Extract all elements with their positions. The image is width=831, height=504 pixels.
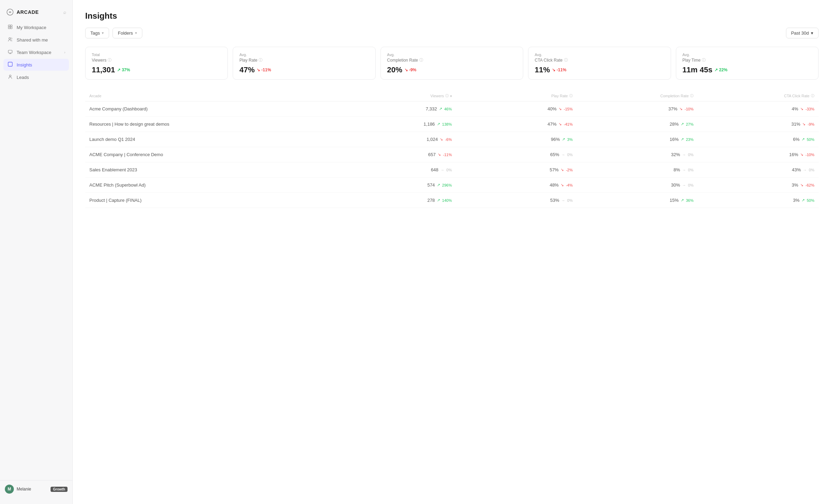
svg-rect-8 [8,62,12,66]
col-completion-rate[interactable]: Completion Rate ⓘ [573,93,694,98]
sidebar-label-leads: Leads [17,75,29,80]
row-completion: 15% ↗ 36% [573,198,694,203]
stat-prefix-play-time: Avg. [682,53,812,57]
sidebar-item-shared-with-me[interactable]: Shared with me [3,34,69,46]
cta-info-icon: ⓘ [811,93,814,98]
table-row[interactable]: ACME Company | Conference Demo 657 ↘ -11… [85,147,819,162]
sidebar-item-my-workspace[interactable]: My Workspace [3,21,69,33]
svg-point-6 [11,38,12,39]
viewers-info-icon: ⓘ [445,93,449,98]
nav-items: My Workspace Shared with me Team Workspa… [0,21,72,480]
up-icon: ↗ [437,122,440,126]
stat-card-play-time: Avg. Play Time ⓘ 11m 45s ↗ 22% [676,47,819,80]
table-container: Arcade Viewers ⓘ ▾ Play Rate ⓘ Completio… [85,91,819,208]
row-play-rate: 65% → 0% [452,152,573,157]
row-arcade-name: Resources | How to design great demos [89,122,331,127]
team-icon [7,49,13,55]
table-row[interactable]: Product | Capture (FINAL) 278 ↗ 140% 53%… [85,193,819,208]
stat-value-completion: 20% ↘ -9% [387,65,517,74]
table-row[interactable]: Launch demo Q1 2024 1,024 ↘ -6% 96% ↗ 3%… [85,132,819,147]
up-icon: ↗ [437,183,440,187]
up-icon: ↗ [681,137,684,142]
filters-row: Tags ▾ Folders ▾ Past 30d ▾ [85,28,819,38]
row-cta: 43% → 0% [694,167,814,172]
date-filter-button[interactable]: Past 30d ▾ [786,28,819,38]
stat-card-play-rate: Avg. Play Rate ⓘ 47% ↘ -11% [233,47,375,80]
row-play-rate: 47% ↘ -41% [452,122,573,127]
svg-rect-3 [8,27,10,29]
row-arcade-name: Acme Company (Dashboard) [89,106,331,111]
stat-value-play-rate: 47% ↘ -11% [239,65,369,74]
down-icon: ↘ [802,122,805,126]
stat-prefix-viewers: Total [92,53,221,57]
svg-rect-7 [8,50,12,53]
sidebar-footer: M Melanie Growth [0,480,72,498]
row-viewers: 657 ↘ -11% [331,152,452,157]
date-chevron-icon: ▾ [811,30,813,36]
row-viewers: 278 ↗ 140% [331,198,452,203]
neutral-icon: → [682,153,686,157]
tags-label: Tags [90,30,100,36]
viewers-change: ↗ 37% [117,68,130,72]
folders-label: Folders [118,30,133,36]
sidebar-item-leads[interactable]: Leads [3,71,69,83]
tags-chevron-icon: ▾ [102,31,104,35]
sidebar: ARCADE ⌕ My Workspace Shared with me Tea… [0,0,73,504]
stat-card-completion-rate: Avg. Completion Rate ⓘ 20% ↘ -9% [381,47,523,80]
down-icon: ↘ [800,183,803,187]
row-cta: 16% ↘ -10% [694,152,814,157]
down-icon: ↘ [800,107,803,111]
neutral-icon: → [561,153,565,157]
down-icon: ↘ [561,183,564,187]
row-play-rate: 53% → 0% [452,198,573,203]
sidebar-label-insights: Insights [17,62,32,68]
stat-label-play-time: Play Time ⓘ [682,57,812,63]
row-play-rate: 40% ↘ -15% [452,106,573,111]
row-viewers: 1,024 ↘ -6% [331,137,452,142]
row-play-rate: 48% ↘ -4% [452,182,573,188]
logo-area: ARCADE ⌕ [0,6,72,21]
col-viewers[interactable]: Viewers ⓘ ▾ [331,93,452,98]
sidebar-item-insights[interactable]: Insights [3,59,69,71]
user-avatar: M [5,485,14,494]
row-play-rate: 57% ↘ -2% [452,167,573,172]
row-play-rate: 96% ↗ 3% [452,137,573,142]
table-row[interactable]: Acme Company (Dashboard) 7,332 ↗ 46% 40%… [85,101,819,117]
stat-card-viewers: Total Viewers ⓘ 11,301 ↗ 37% [85,47,228,80]
search-icon[interactable]: ⌕ [63,9,66,15]
folders-filter-button[interactable]: Folders ▾ [113,28,142,38]
neutral-icon: → [440,168,444,172]
row-cta: 31% ↘ -9% [694,122,814,127]
col-play-rate[interactable]: Play Rate ⓘ [452,93,573,98]
stat-value-viewers: 11,301 ↗ 37% [92,65,221,74]
table-row[interactable]: ACME Pitch (Superbowl Ad) 574 ↗ 296% 48%… [85,178,819,193]
sidebar-item-team-workspace[interactable]: Team Workspace › [3,46,69,58]
play-rate-info-icon: ⓘ [259,57,262,63]
row-viewers: 648 → 0% [331,167,452,172]
up-icon: ↗ [439,107,442,111]
stat-label-completion: Completion Rate ⓘ [387,57,517,63]
stat-card-cta-click-rate: Avg. CTA Click Rate ⓘ 11% ↘ -11% [528,47,671,80]
row-viewers: 7,332 ↗ 46% [331,106,452,111]
stat-label-viewers: Viewers ⓘ [92,57,221,63]
row-arcade-name: Launch demo Q1 2024 [89,137,331,142]
main-content: Insights Tags ▾ Folders ▾ Past 30d ▾ Tot… [73,0,831,504]
table-row[interactable]: Resources | How to design great demos 1,… [85,117,819,132]
table-row[interactable]: Sales Enablement 2023 648 → 0% 57% ↘ -2%… [85,162,819,178]
completion-info-icon: ⓘ [690,93,694,98]
plan-badge: Growth [51,487,68,492]
play-rate-change: ↘ -11% [257,68,271,72]
svg-rect-2 [10,25,12,27]
up-icon: ↗ [802,198,805,202]
tags-filter-button[interactable]: Tags ▾ [85,28,109,38]
row-arcade-name: ACME Company | Conference Demo [89,152,331,157]
col-cta-click-rate[interactable]: CTA Click Rate ⓘ [694,93,814,98]
up-icon: ↗ [681,122,684,126]
row-cta: 3% ↗ 50% [694,198,814,203]
down-icon: ↘ [559,122,562,126]
down-icon: ↘ [440,137,443,142]
row-arcade-name: Sales Enablement 2023 [89,167,331,172]
row-cta: 6% ↗ 50% [694,137,814,142]
play-time-info-icon: ⓘ [702,57,706,63]
insights-icon [7,62,13,68]
